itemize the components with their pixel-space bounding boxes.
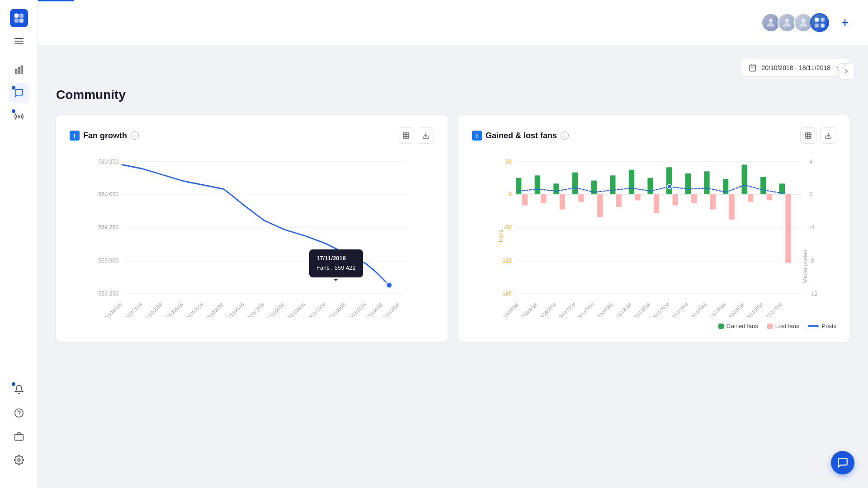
facebook-icon: f — [70, 131, 80, 141]
svg-rect-1 — [19, 14, 24, 18]
svg-text:15/11/2018: 15/11/2018 — [363, 301, 383, 317]
svg-text:24/10/2018: 24/10/2018 — [142, 301, 163, 317]
svg-rect-86 — [578, 194, 584, 202]
svg-rect-79 — [516, 178, 521, 194]
fan-growth-title-group: f Fan growth i — [70, 131, 139, 141]
sidebar-item-help[interactable] — [9, 403, 29, 423]
svg-rect-5 — [18, 67, 20, 73]
svg-rect-16 — [815, 23, 819, 28]
add-account-button[interactable] — [835, 13, 854, 32]
svg-text:0: 0 — [509, 191, 512, 197]
svg-text:24/10/2018: 24/10/2018 — [538, 301, 557, 317]
svg-rect-91 — [629, 170, 634, 194]
legend-posts: Posts — [808, 323, 836, 329]
svg-text:559 500: 559 500 — [99, 258, 119, 264]
gained-lost-table-button[interactable] — [800, 127, 816, 144]
fan-growth-table-button[interactable] — [398, 127, 414, 144]
svg-rect-6 — [21, 66, 23, 74]
broadcast-notification-dot — [12, 109, 15, 113]
fan-growth-info-icon[interactable]: i — [131, 131, 139, 140]
svg-text:20/10/2018: 20/10/2018 — [500, 301, 520, 317]
chat-support-button[interactable] — [831, 451, 854, 474]
svg-rect-90 — [616, 194, 622, 207]
legend-gained-label: Gained fans — [726, 323, 758, 329]
fan-growth-title: Fan growth — [83, 131, 127, 141]
svg-rect-88 — [597, 194, 603, 217]
svg-rect-92 — [635, 194, 640, 201]
sidebar-item-settings[interactable] — [9, 450, 29, 470]
svg-text:26/10/2018: 26/10/2018 — [556, 301, 576, 317]
svg-rect-20 — [750, 65, 756, 71]
svg-rect-9 — [14, 434, 23, 440]
svg-rect-96 — [673, 194, 678, 206]
svg-rect-84 — [560, 194, 565, 210]
charts-row: f Fan growth i — [56, 115, 850, 342]
svg-text:07/11/2018: 07/11/2018 — [669, 301, 689, 317]
sidebar-item-briefcase[interactable] — [9, 427, 29, 446]
sidebar-bottom — [9, 380, 29, 479]
fan-growth-header: f Fan growth i — [70, 127, 434, 144]
svg-text:30/10/2018: 30/10/2018 — [594, 301, 614, 317]
svg-text:28/10/2018: 28/10/2018 — [575, 301, 595, 317]
svg-point-12 — [785, 19, 789, 23]
svg-text:03/11/2018: 03/11/2018 — [244, 301, 265, 317]
gained-lost-card: f Gained & lost fans i — [458, 115, 850, 342]
svg-rect-83 — [553, 183, 559, 194]
svg-text:20/10/2018: 20/10/2018 — [102, 301, 123, 317]
svg-text:559 750: 559 750 — [99, 224, 119, 230]
svg-point-11 — [769, 19, 773, 23]
expand-arrow-button[interactable] — [838, 63, 854, 80]
sidebar-item-chat[interactable] — [9, 83, 29, 103]
svg-rect-89 — [610, 175, 615, 194]
fan-growth-download-button[interactable] — [418, 127, 434, 144]
gained-lost-actions — [800, 127, 836, 144]
svg-text:559 250: 559 250 — [99, 291, 119, 297]
fan-growth-svg: 560 250 560 000 559 750 559 500 559 250 — [70, 155, 434, 317]
svg-text:01/11/2018: 01/11/2018 — [224, 301, 245, 317]
svg-rect-105 — [760, 177, 766, 194]
legend-posts-line — [808, 325, 819, 327]
avatar-group — [761, 13, 854, 32]
svg-text:11/11/2018: 11/11/2018 — [707, 301, 726, 317]
svg-text:22/10/2018: 22/10/2018 — [122, 301, 143, 317]
sidebar-item-broadcast[interactable] — [9, 107, 29, 127]
avatar-active[interactable] — [810, 13, 829, 32]
svg-rect-99 — [704, 171, 709, 194]
gained-lost-download-button[interactable] — [820, 127, 836, 144]
sidebar-item-analytics[interactable] — [9, 60, 29, 80]
date-range-label: 20/10/2018 - 18/11/2018 — [761, 64, 830, 71]
svg-text:30/10/2018: 30/10/2018 — [203, 301, 224, 317]
svg-rect-97 — [685, 174, 691, 194]
sidebar-nav — [9, 60, 29, 380]
svg-text:11/11/2018: 11/11/2018 — [326, 301, 346, 317]
app-logo[interactable] — [10, 9, 28, 27]
svg-rect-82 — [541, 194, 546, 203]
svg-text:05/11/2018: 05/11/2018 — [264, 301, 285, 317]
svg-text:-60: -60 — [504, 224, 512, 230]
svg-rect-95 — [666, 167, 672, 194]
gained-lost-info-icon[interactable]: i — [561, 131, 569, 140]
svg-text:22/10/2018: 22/10/2018 — [519, 301, 538, 317]
sidebar-item-bell[interactable] — [9, 380, 29, 399]
chart-legend: Gained fans Lost fans Posts — [472, 323, 836, 329]
legend-gained-dot — [718, 324, 724, 329]
fan-growth-actions — [398, 127, 434, 144]
svg-text:60: 60 — [505, 159, 512, 165]
bell-notification-dot — [12, 382, 15, 386]
svg-text:15/11/2018: 15/11/2018 — [745, 301, 764, 317]
date-range-picker[interactable]: 20/10/2018 - 18/11/2018 — [741, 59, 850, 77]
svg-rect-93 — [647, 178, 653, 194]
svg-rect-98 — [691, 194, 697, 203]
date-filter-row: 20/10/2018 - 18/11/2018 — [56, 59, 850, 77]
svg-text:07/11/2018: 07/11/2018 — [285, 301, 306, 317]
svg-rect-94 — [654, 194, 659, 213]
svg-rect-0 — [14, 14, 19, 18]
bar-group — [516, 165, 791, 263]
gained-lost-chart-area: 60 0 -60 -120 -180 4 0 -4 -8 -12 Media p… — [472, 155, 836, 317]
svg-text:-120: -120 — [500, 258, 512, 264]
svg-text:Media posted: Media posted — [802, 249, 808, 283]
svg-rect-104 — [748, 194, 753, 202]
fan-growth-chart-area: 560 250 560 000 559 750 559 500 559 250 — [70, 155, 434, 317]
hamburger-menu[interactable] — [14, 36, 24, 46]
svg-text:0: 0 — [809, 191, 812, 197]
